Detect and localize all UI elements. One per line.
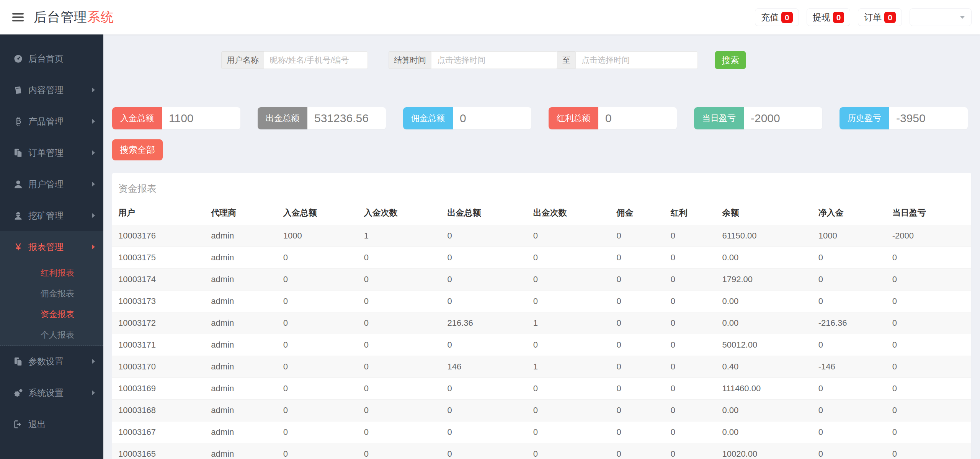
user-search-input[interactable] [264,51,368,69]
table-cell: 0 [441,443,527,459]
withdraw-button[interactable]: 提现0 [807,8,851,26]
brand-title-accent: 系统 [87,10,114,24]
table-cell: 0 [277,421,358,443]
chevron-right-icon [92,390,95,395]
table-cell: 111460.00 [716,377,812,399]
sidebar-item-label: 后台首页 [28,53,64,65]
sidebar-item-label: 退出 [28,418,46,430]
orders-icon [13,148,23,158]
stat-value: 531236.56 [307,107,369,129]
user-filter-label: 用户名称 [221,51,264,69]
sidebar-item-label: 产品管理 [28,116,64,127]
sidebar-item-content[interactable]: 内容管理 [0,74,103,106]
table-row: 10003174admin0000001792.0000 [112,268,971,290]
top-header: 后台管理系统 充值0提现0订单0 [0,0,980,34]
table-cell: 0 [277,312,358,334]
recharge-label: 充值 [761,11,779,23]
table-cell: 0 [527,443,611,459]
sidebar-item-params[interactable]: 参数设置 [0,346,103,377]
chevron-right-icon [92,245,95,249]
recharge-button[interactable]: 充值0 [755,8,799,26]
search-all-button[interactable]: 搜索全部 [112,139,163,160]
table-cell: 0 [277,443,358,459]
table-cell: 0 [610,334,664,356]
table-cell: 10003167 [112,421,205,443]
stats-row: 入金总额1100出金总额531236.56佣金总额0红利总额0当日盈亏-2000… [112,107,980,129]
table-cell: 0 [812,377,886,399]
sidebar-subitem-label: 红利报表 [41,267,74,279]
table-cell: 0.00 [716,312,812,334]
table-cell: 0 [527,421,611,443]
sidebar-subitem-label: 个人报表 [41,329,74,341]
bitcoin-icon [13,116,23,127]
sidebar-item-label: 内容管理 [28,84,64,96]
stat-label: 入金总额 [112,107,162,129]
sidebar-subitem-funds-report[interactable]: 资金报表 [0,304,103,325]
table-cell: 1000 [277,225,358,247]
search-button[interactable]: 搜索 [715,51,746,69]
column-header: 出金总额 [441,201,527,225]
table-cell: 0 [441,377,527,399]
sidebar-subitem-personal-report[interactable]: 个人报表 [0,325,103,345]
table-cell: 0 [358,399,441,421]
sidebar-item-products[interactable]: 产品管理 [0,106,103,137]
table-header-row: 用户代理商入金总额入金次数出金总额出金次数佣金红利余额净入金当日盈亏 [112,201,971,225]
sidebar-item-dashboard[interactable]: 后台首页 [0,43,103,74]
table-cell: 0 [886,356,971,377]
table-cell: 0 [358,421,441,443]
orders-button[interactable]: 订单0 [858,8,902,26]
user-dropdown[interactable] [910,8,972,26]
column-header: 净入金 [812,201,886,225]
chevron-down-icon [960,16,965,19]
yen-icon: ¥ [13,242,23,252]
sidebar-item-label: 系统设置 [28,387,64,399]
table-row: 10003173admin0000000.0000 [112,290,971,312]
table-cell: 0 [665,334,716,356]
sidebar-subitem-label: 佣金报表 [41,288,74,299]
menu-toggle-icon[interactable] [12,11,24,23]
header-actions: 充值0提现0订单0 [755,8,972,26]
sidebar-subitem-commission-report[interactable]: 佣金报表 [0,283,103,304]
table-cell: 0 [665,443,716,459]
column-header: 当日盈亏 [886,201,971,225]
table-cell: 0 [277,268,358,290]
table-cell: 0.40 [716,356,812,377]
time-end-input[interactable] [575,51,698,69]
chevron-right-icon [92,88,95,92]
table-cell: 0 [527,247,611,268]
sidebar-item-label: 挖矿管理 [28,210,64,222]
table-cell: 0 [277,247,358,268]
table-cell: 10020.00 [716,443,812,459]
sidebar-item-reports[interactable]: ¥报表管理 [0,231,103,263]
table-cell: admin [205,290,277,312]
table-cell: 10003168 [112,399,205,421]
sidebar-subitem-bonus-report[interactable]: 红利报表 [0,263,103,283]
table-row: 10003165admin00000010020.0000 [112,443,971,459]
table-cell: 0 [277,334,358,356]
time-start-input[interactable] [431,51,557,69]
table-cell: -146 [812,356,886,377]
column-header: 出金次数 [527,201,611,225]
stat-deposit-total: 入金总额1100 [112,107,240,129]
sidebar-item-mining[interactable]: 挖矿管理 [0,200,103,231]
sidebar-item-orders[interactable]: 订单管理 [0,137,103,168]
table-cell: 0.00 [716,399,812,421]
sidebar-item-logout[interactable]: 退出 [0,408,103,440]
table-cell: 146 [441,356,527,377]
book-icon [13,85,23,95]
table-cell: 0 [665,377,716,399]
table-cell: 0 [358,443,441,459]
table-cell: 10003174 [112,268,205,290]
table-cell: 0 [886,421,971,443]
sidebar-item-users[interactable]: 用户管理 [0,168,103,200]
column-header: 代理商 [205,201,277,225]
stat-label: 当日盈亏 [694,107,744,129]
stat-value: 1100 [162,107,194,129]
sidebar-item-system[interactable]: 系统设置 [0,377,103,408]
table-cell: 0.00 [716,290,812,312]
table-cell: 0 [665,421,716,443]
table-cell: 0 [441,225,527,247]
sidebar-item-label: 报表管理 [28,241,64,253]
stat-today-pl: 当日盈亏-2000 [694,107,822,129]
table-row: 10003170admin001461000.40-1460 [112,356,971,377]
